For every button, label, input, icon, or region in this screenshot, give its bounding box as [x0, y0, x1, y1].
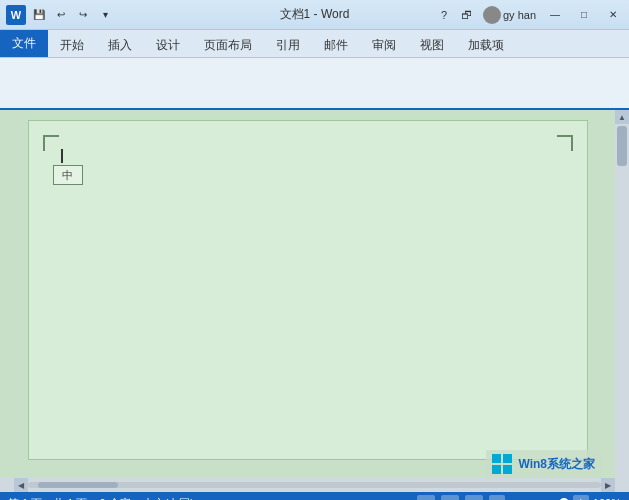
h-scroll-left[interactable]: ◀ — [14, 478, 28, 492]
win8-logo — [492, 454, 512, 474]
tab-home[interactable]: 开始 — [48, 33, 96, 57]
tab-insert[interactable]: 插入 — [96, 33, 144, 57]
quick-access-toolbar: 💾 ↩ ↪ ▾ — [30, 6, 114, 24]
scrollbar-thumb[interactable] — [617, 126, 627, 166]
view-web-btn[interactable]: ⊞ — [441, 495, 459, 500]
window-controls: ? 🗗 gy han — □ ✕ — [433, 5, 629, 25]
ribbon-tabs: 文件 开始 插入 设计 页面布局 引用 邮件 审阅 视图 加载项 — [0, 30, 629, 58]
maximize-button[interactable]: □ — [570, 5, 598, 25]
corner-mark-tr — [557, 135, 573, 151]
word-icon: W — [6, 5, 26, 25]
zoom-minus-btn[interactable]: − — [489, 495, 505, 500]
win8-tile-1 — [492, 454, 501, 463]
tab-view[interactable]: 视图 — [408, 33, 456, 57]
zoom-plus-btn[interactable]: + — [573, 495, 589, 500]
tab-file[interactable]: 文件 — [0, 29, 48, 57]
horizontal-scrollbar[interactable]: ◀ ▶ — [0, 478, 629, 492]
status-bar: 第 1 页，共 1 页 0 个字 中文(中国) ▦ ⊞ 📖 − + 100% — [0, 492, 629, 500]
h-scroll-track — [28, 482, 601, 488]
scrollbar-up[interactable]: ▲ — [615, 110, 629, 124]
user-avatar — [483, 6, 501, 24]
language-indicator: 中 — [53, 165, 83, 185]
document-main: 中 Win8系统之家 — [0, 110, 615, 478]
more-quick-btn[interactable]: ▾ — [96, 6, 114, 24]
minimize-button[interactable]: — — [541, 5, 569, 25]
win8-branding: Win8系统之家 — [486, 450, 601, 478]
text-cursor — [61, 149, 63, 163]
app-icons: W — [0, 5, 26, 25]
vertical-scrollbar[interactable]: ▲ — [615, 110, 629, 478]
help-button[interactable]: ? — [433, 5, 455, 25]
tab-addins[interactable]: 加载项 — [456, 33, 516, 57]
view-print-btn[interactable]: ▦ — [417, 495, 435, 500]
win8-tile-3 — [492, 465, 501, 474]
undo-quick-btn[interactable]: ↩ — [52, 6, 70, 24]
document-page[interactable]: 中 — [28, 120, 588, 460]
tab-review[interactable]: 审阅 — [360, 33, 408, 57]
user-label: gy han — [503, 9, 536, 21]
tab-design[interactable]: 设计 — [144, 33, 192, 57]
view-read-btn[interactable]: 📖 — [465, 495, 483, 500]
redo-quick-btn[interactable]: ↪ — [74, 6, 92, 24]
title-bar: W 💾 ↩ ↪ ▾ 文档1 - Word ? 🗗 gy han — □ ✕ — [0, 0, 629, 30]
status-left: 第 1 页，共 1 页 0 个字 中文(中国) — [8, 496, 417, 501]
document-container: 中 Win8系统之家 ▲ — [0, 110, 629, 478]
zoom-control: − + 100% — [489, 495, 621, 500]
ribbon-toolbar — [0, 58, 629, 110]
window-title: 文档1 - Word — [280, 6, 350, 23]
tab-mailings[interactable]: 邮件 — [312, 33, 360, 57]
corner-mark-tl — [43, 135, 59, 151]
h-scroll-right[interactable]: ▶ — [601, 478, 615, 492]
win8-text: Win8系统之家 — [518, 456, 595, 473]
page-info: 第 1 页，共 1 页 — [8, 496, 87, 501]
restore-btn[interactable]: 🗗 — [456, 5, 478, 25]
save-quick-btn[interactable]: 💾 — [30, 6, 48, 24]
language-status: 中文(中国) — [143, 496, 194, 501]
tab-layout[interactable]: 页面布局 — [192, 33, 264, 57]
win8-tile-4 — [503, 465, 512, 474]
h-scroll-thumb[interactable] — [38, 482, 118, 488]
status-right: ▦ ⊞ 📖 − + 100% — [417, 495, 621, 500]
user-info[interactable]: gy han — [479, 6, 540, 24]
win8-tile-2 — [503, 454, 512, 463]
close-button[interactable]: ✕ — [599, 5, 627, 25]
word-count: 0 个字 — [99, 496, 130, 501]
tab-references[interactable]: 引用 — [264, 33, 312, 57]
